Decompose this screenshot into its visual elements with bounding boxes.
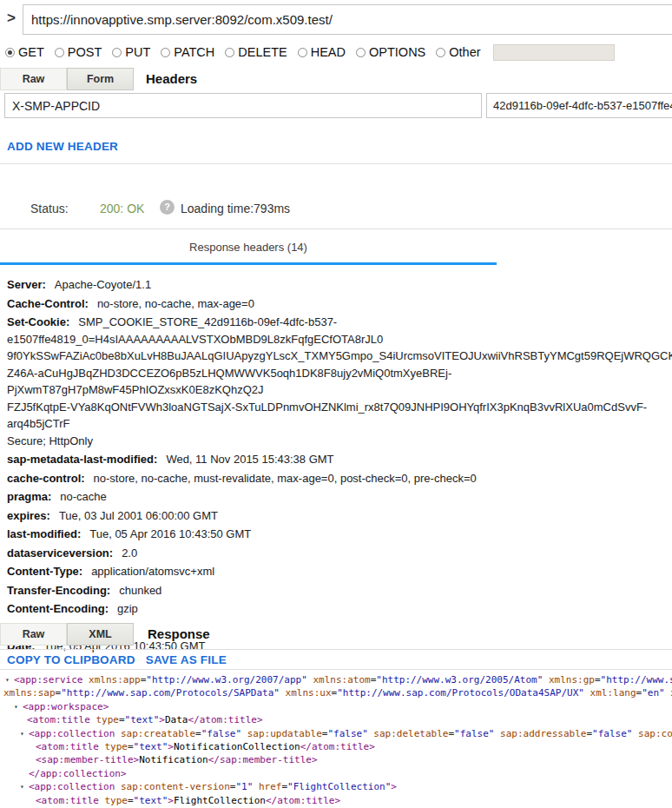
- response-header-row: Set-Cookie:SMP_COOKIE_STORE_42d9116b-09e…: [7, 314, 669, 449]
- method-label: PATCH: [174, 45, 214, 59]
- method-radio-patch[interactable]: PATCH: [161, 45, 214, 59]
- xml-token: "false": [201, 728, 241, 739]
- response-header-value: no-store, no-cache, max-age=0: [97, 297, 254, 310]
- xml-viewer: ▾<app:service xmlns:app="http://www.w3.o…: [3, 673, 672, 808]
- method-label: GET: [18, 45, 44, 59]
- xml-token: </atom:title>: [266, 795, 340, 806]
- radio-circle-icon: [55, 48, 64, 57]
- request-header-value-input[interactable]: [486, 93, 672, 118]
- method-label: PUT: [125, 45, 150, 59]
- xml-token: <app:collection: [29, 728, 115, 739]
- expand-chevron-icon[interactable]: >: [7, 10, 16, 27]
- divider: [0, 163, 672, 164]
- xml-token: "http://www.sap.c: [601, 674, 672, 685]
- xml-token: "false": [327, 728, 367, 739]
- payload-tabs: RawForm: [0, 68, 134, 90]
- xml-token: xmlns:app: [82, 674, 140, 685]
- response-tab-raw[interactable]: Raw: [0, 623, 67, 646]
- response-header-value-continuation: Secure; HttpOnly: [7, 433, 669, 450]
- tab-underline: [0, 262, 497, 265]
- xml-token: "en": [642, 687, 665, 699]
- xml-token: =: [128, 795, 134, 806]
- xml-token: >: [159, 714, 165, 725]
- xml-token: =: [128, 741, 134, 752]
- method-radio-head[interactable]: HEAD: [298, 45, 346, 59]
- xml-token: "text": [134, 741, 168, 752]
- radio-circle-icon: [436, 48, 445, 57]
- response-tab-xml[interactable]: XML: [67, 623, 134, 646]
- xml-token: xmlns:gp: [543, 674, 595, 685]
- xml-token: xmlns:ux: [280, 687, 332, 699]
- xml-line: <atom:title type="text">NotificationColl…: [3, 740, 672, 753]
- tab-response-headers[interactable]: Response headers (14): [0, 241, 497, 254]
- xml-token: href: [253, 781, 281, 792]
- xml-token: "false": [592, 728, 632, 739]
- method-radios: GETPOSTPUTPATCHDELETEHEADOPTIONSOther: [5, 45, 491, 59]
- response-header-name: Content-Encoding:: [7, 602, 109, 615]
- xml-line: </app:collection>: [3, 767, 672, 780]
- xml-token: =: [195, 728, 201, 739]
- xml-token: sap:creatable: [115, 728, 195, 739]
- method-radio-options[interactable]: OPTIONS: [356, 45, 425, 59]
- xml-line: <atom:title type="text">Data</atom:title…: [3, 713, 672, 726]
- xml-token: "1": [235, 781, 253, 792]
- help-icon[interactable]: ?: [160, 200, 175, 215]
- xml-token: <sap:member-title>: [36, 754, 139, 765]
- save-as-file-button[interactable]: SAVE AS FILE: [146, 653, 227, 666]
- response-header-row: last-modified:Tue, 05 Apr 2016 10:43:50 …: [7, 526, 669, 543]
- response-header-value: gzip: [117, 602, 138, 615]
- status-code: 200: OK: [100, 202, 144, 215]
- radio-circle-icon: [112, 48, 122, 57]
- xml-line: <sap:member-title>Notification</sap:memb…: [3, 753, 672, 766]
- method-radio-delete[interactable]: DELETE: [225, 45, 287, 59]
- response-header-name: sap-metadata-last-modified:: [7, 453, 157, 466]
- collapse-arrow-icon[interactable]: ▾: [5, 673, 14, 686]
- divider: [0, 649, 672, 650]
- response-header-value: Apache-Coyote/1.1: [55, 278, 151, 291]
- method-radio-get[interactable]: GET: [5, 45, 44, 59]
- response-header-row: cache-control:no-store, no-cache, must-r…: [7, 470, 669, 487]
- collapse-arrow-icon[interactable]: ▾: [20, 780, 29, 793]
- radio-circle-icon: [356, 48, 366, 57]
- method-label: POST: [68, 45, 102, 59]
- response-header-name: dataserviceversion:: [7, 546, 113, 560]
- xml-token: "text": [134, 795, 168, 806]
- loading-time: Loading time:793ms: [181, 202, 290, 215]
- add-new-header-button[interactable]: ADD NEW HEADER: [7, 140, 118, 153]
- xml-line: xmlns:sap="http://www.sap.com/Protocols/…: [3, 686, 672, 699]
- response-header-row: Transfer-Encoding:chunked: [7, 582, 669, 599]
- method-radio-put[interactable]: PUT: [112, 45, 150, 59]
- request-header-name-input[interactable]: [4, 93, 482, 118]
- divider: [0, 669, 672, 670]
- method-radio-post[interactable]: POST: [55, 45, 102, 59]
- payload-tab-form[interactable]: Form: [67, 68, 134, 90]
- xml-token: Notification: [139, 754, 208, 765]
- divider: [0, 228, 672, 229]
- xml-line: ▾<app:workspace>: [3, 700, 672, 713]
- payload-tab-raw[interactable]: Raw: [0, 68, 67, 90]
- other-method-input[interactable]: [493, 44, 615, 61]
- url-input[interactable]: [23, 4, 672, 35]
- method-row: GETPOSTPUTPATCHDELETEHEADOPTIONSOther: [5, 43, 615, 62]
- response-header-row: expires:Tue, 03 Jul 2001 06:00:00 GMT: [7, 507, 669, 525]
- response-header-value-continuation: Z46A-aCuHgJBqZHD3DCCEZO6pB5zLHQMWWVK5oqh…: [7, 365, 669, 399]
- response-header-name: expires:: [7, 509, 50, 522]
- xml-token: <app:workspace>: [23, 701, 109, 712]
- copy-to-clipboard-button[interactable]: COPY TO CLIPBOARD: [7, 653, 135, 666]
- response-header-row: Server:Apache-Coyote/1.1: [7, 276, 669, 294]
- method-radio-other[interactable]: Other: [436, 45, 480, 59]
- xml-token: sap:content-version: [115, 781, 229, 792]
- xml-token: </atom:title>: [300, 741, 375, 752]
- xml-token: >: [391, 781, 397, 792]
- collapse-arrow-icon[interactable]: ▾: [20, 727, 29, 740]
- xml-token: "http://www.w3.org/2005/Atom": [376, 674, 543, 685]
- xml-token: <atom:title: [27, 714, 90, 725]
- response-header-row: sap-metadata-last-modified:Wed, 11 Nov 2…: [7, 451, 669, 468]
- response-header-value: Tue, 03 Jul 2001 06:00:00 GMT: [59, 509, 218, 522]
- xml-token: =: [119, 714, 125, 725]
- radio-circle-icon: [225, 48, 234, 57]
- radio-circle-icon: [161, 48, 170, 57]
- collapse-arrow-icon[interactable]: ▾: [14, 700, 23, 713]
- xml-token: "http://www.sap.com/Protocols/SAPData": [61, 687, 280, 699]
- xml-token: type: [99, 741, 128, 752]
